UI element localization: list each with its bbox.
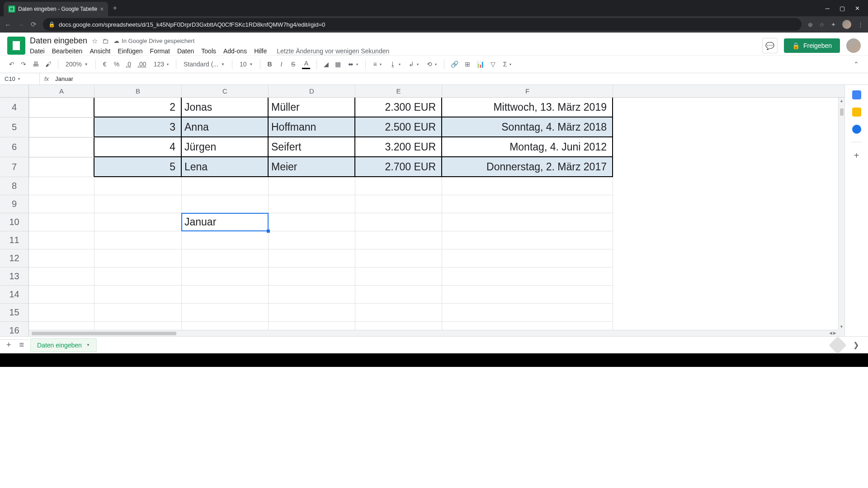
column-header[interactable]: D <box>269 85 355 97</box>
sheets-logo-icon[interactable] <box>7 37 25 55</box>
print-button[interactable]: 🖶 <box>31 59 41 70</box>
cell[interactable] <box>29 157 94 177</box>
cell[interactable] <box>269 231 355 249</box>
cell[interactable] <box>355 213 442 231</box>
fill-handle[interactable] <box>267 230 270 233</box>
cell[interactable] <box>442 231 613 249</box>
cell[interactable]: 3 <box>94 117 182 137</box>
scroll-thumb[interactable] <box>32 332 176 335</box>
borders-button[interactable]: ▦ <box>333 59 343 70</box>
cell[interactable] <box>442 177 613 195</box>
column-header[interactable]: A <box>29 85 94 97</box>
cell[interactable]: Müller <box>269 98 355 117</box>
cell[interactable]: 5 <box>94 157 182 177</box>
comments-button[interactable]: 💬 <box>762 38 778 53</box>
share-button[interactable]: 🔒 Freigeben <box>784 38 840 53</box>
spreadsheet-grid[interactable]: ABCDEF 2JonasMüller2.300 EURMittwoch, 13… <box>29 85 844 336</box>
cell[interactable] <box>355 304 442 322</box>
cell[interactable] <box>182 286 269 304</box>
cell[interactable]: Jürgen <box>182 137 269 157</box>
wrap-button[interactable]: ↲▾ <box>406 60 421 69</box>
cell[interactable] <box>442 213 613 231</box>
zoom-select[interactable]: 200% ▼ <box>63 60 91 69</box>
vertical-scrollbar[interactable]: ▲ ▼ <box>838 98 844 336</box>
more-formats-button[interactable]: 123 ▾ <box>151 60 171 69</box>
browser-tab[interactable]: Daten eingeben - Google Tabelle × <box>4 2 108 16</box>
row-header[interactable]: 12 <box>0 249 28 267</box>
insert-chart-button[interactable]: 📊 <box>475 59 486 70</box>
browser-profile-avatar[interactable] <box>842 20 851 29</box>
scroll-up-icon[interactable]: ▲ <box>839 98 844 104</box>
cell[interactable]: 2.700 EUR <box>355 157 442 177</box>
cell[interactable]: Jonas <box>182 98 269 117</box>
scroll-left-icon[interactable]: ◀ <box>829 331 832 335</box>
add-sheet-button[interactable]: + <box>5 338 13 352</box>
cell[interactable] <box>182 177 269 195</box>
cell[interactable] <box>29 213 94 231</box>
cell[interactable] <box>182 304 269 322</box>
cell[interactable] <box>269 213 355 231</box>
paint-format-button[interactable]: 🖌 <box>43 59 53 70</box>
cell[interactable] <box>29 98 94 117</box>
text-color-button[interactable]: A <box>300 58 312 71</box>
cell[interactable]: Montag, 4. Juni 2012 <box>442 137 613 157</box>
account-avatar[interactable] <box>846 38 861 53</box>
cell[interactable] <box>269 304 355 322</box>
row-header[interactable]: 5 <box>0 117 28 137</box>
cell[interactable] <box>355 286 442 304</box>
filter-button[interactable]: ▽ <box>489 59 498 70</box>
cell[interactable] <box>269 177 355 195</box>
cell[interactable]: Meier <box>269 157 355 177</box>
browser-menu-icon[interactable]: ⋮ <box>858 21 863 28</box>
cell[interactable]: Lena <box>182 157 269 177</box>
row-header[interactable]: 9 <box>0 195 28 213</box>
reload-icon[interactable]: ⟳ <box>31 20 37 28</box>
column-header[interactable]: E <box>355 85 442 97</box>
cell[interactable]: 4 <box>94 137 182 157</box>
row-header[interactable]: 7 <box>0 157 28 177</box>
sheet-tab-menu-icon[interactable]: ▼ <box>86 343 90 347</box>
cell[interactable]: Seifert <box>269 137 355 157</box>
strikethrough-button[interactable]: S <box>288 59 297 70</box>
window-minimize-icon[interactable]: ─ <box>826 5 830 12</box>
bold-button[interactable]: B <box>265 59 274 70</box>
cell[interactable]: Januar <box>182 213 269 231</box>
row-header[interactable]: 10 <box>0 213 28 231</box>
fill-color-button[interactable]: ◢ <box>321 59 330 70</box>
scroll-down-icon[interactable]: ▼ <box>839 324 844 330</box>
favorite-icon[interactable]: ☆ <box>819 21 825 28</box>
forward-icon[interactable]: → <box>18 21 24 28</box>
menu-edit[interactable]: Bearbeiten <box>52 47 83 55</box>
cell[interactable] <box>355 267 442 286</box>
tasks-icon[interactable] <box>852 125 861 134</box>
menu-format[interactable]: Format <box>150 47 170 55</box>
merge-cells-button[interactable]: ⬌▾ <box>345 60 361 69</box>
row-header[interactable]: 11 <box>0 231 28 249</box>
expand-side-panel-icon[interactable]: ❯ <box>849 341 863 349</box>
rotate-button[interactable]: ⟲▾ <box>424 60 439 69</box>
row-header[interactable]: 6 <box>0 137 28 157</box>
tab-close-icon[interactable]: × <box>100 5 104 13</box>
collapse-toolbar-icon[interactable]: ⌃ <box>852 59 861 70</box>
h-align-button[interactable]: ≡▾ <box>370 60 384 69</box>
window-close-icon[interactable]: ✕ <box>855 5 860 12</box>
row-header[interactable]: 4 <box>0 98 28 117</box>
horizontal-scrollbar[interactable]: ◀▶ <box>29 330 838 336</box>
cell[interactable] <box>94 231 182 249</box>
row-header[interactable]: 16 <box>0 322 28 340</box>
scroll-thumb[interactable] <box>840 108 844 116</box>
add-addon-button[interactable]: + <box>854 150 859 161</box>
cell[interactable] <box>442 286 613 304</box>
increase-decimal-button[interactable]: .00 <box>136 59 148 70</box>
cell[interactable] <box>29 267 94 286</box>
cell[interactable] <box>269 195 355 213</box>
cell[interactable] <box>182 267 269 286</box>
cell[interactable] <box>182 231 269 249</box>
cell[interactable]: 2.500 EUR <box>355 117 442 137</box>
menu-help[interactable]: Hilfe <box>254 47 267 55</box>
italic-button[interactable]: I <box>277 59 286 70</box>
cell[interactable] <box>269 249 355 267</box>
scroll-right-icon[interactable]: ▶ <box>833 331 836 335</box>
explore-button[interactable] <box>829 336 847 354</box>
select-all-corner[interactable] <box>0 85 28 98</box>
